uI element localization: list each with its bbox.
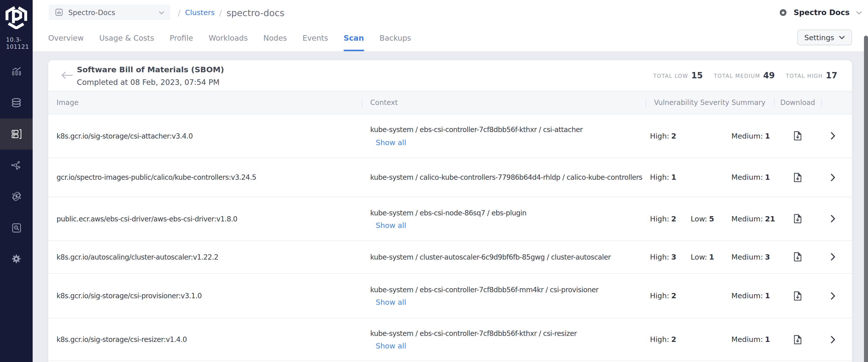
severity-high: High:2 xyxy=(650,335,691,343)
table-row: gcr.io/spectro-images-public/calico/kube… xyxy=(48,158,852,197)
sbom-card-header: Software Bill of Materials (SBOM) Comple… xyxy=(48,60,852,91)
version-label: 10.3- 101121 xyxy=(6,36,29,50)
tab-nodes[interactable]: Nodes xyxy=(264,25,287,51)
context-cell: kube-system / cluster-autoscaler-6c9d9bf… xyxy=(370,241,646,273)
severity-medium: Medium:1 xyxy=(732,173,773,182)
settings-button[interactable]: Settings xyxy=(797,30,852,45)
breadcrumb-separator: / xyxy=(178,8,181,17)
sidebar-item-workspaces[interactable] xyxy=(0,150,33,180)
breadcrumb-separator: / xyxy=(219,8,222,17)
sidebar-item-audit[interactable] xyxy=(0,212,33,243)
show-all-link[interactable]: Show all xyxy=(376,298,646,307)
project-chart-icon xyxy=(55,8,63,17)
download-cell xyxy=(774,114,821,157)
sidebar: 10.3- 101121 xyxy=(0,0,33,362)
severity-high: High:2 xyxy=(650,215,691,223)
tab-usage-costs[interactable]: Usage & Costs xyxy=(99,25,154,51)
severity-high: High:2 xyxy=(650,132,691,140)
severity-cell: High:2 Medium:1 xyxy=(650,318,773,361)
audit-search-icon xyxy=(11,222,22,233)
severity-low: Low:5 xyxy=(691,215,732,223)
project-selector-label: Spectro-Docs xyxy=(68,8,115,16)
settings-button-label: Settings xyxy=(804,33,834,41)
chevron-right-icon[interactable] xyxy=(831,174,835,181)
show-all-link[interactable]: Show all xyxy=(376,138,646,147)
tab-workloads[interactable]: Workloads xyxy=(209,25,248,51)
download-cell xyxy=(774,197,821,240)
context-text: kube-system / ebs-csi-controller-7cf8dbb… xyxy=(370,124,646,136)
severity-medium: Medium:1 xyxy=(732,292,773,300)
gear-icon xyxy=(11,254,22,264)
severity-cell: High:2 Medium:1 xyxy=(650,114,773,157)
row-expand-cell xyxy=(821,274,844,318)
chevron-right-icon[interactable] xyxy=(831,132,835,139)
row-expand-cell xyxy=(821,114,844,157)
table-header: Image Context Vulnerability Severity Sum… xyxy=(48,91,852,114)
vertical-scrollbar[interactable] xyxy=(864,36,868,362)
palette-logo-icon[interactable] xyxy=(5,5,27,29)
context-text: kube-system / ebs-csi-controller-7cf8dbb… xyxy=(370,328,646,339)
tab-events[interactable]: Events xyxy=(302,25,328,51)
scan-content: Software Bill of Materials (SBOM) Comple… xyxy=(33,51,868,362)
column-header-context: Context xyxy=(370,99,398,107)
tab-backups[interactable]: Backups xyxy=(379,25,411,51)
project-selector[interactable]: Spectro-Docs xyxy=(49,4,170,20)
table-row: k8s.gcr.io/autoscaling/cluster-autoscale… xyxy=(48,241,852,274)
chevron-right-icon[interactable] xyxy=(831,215,835,223)
severity-high: High:2 xyxy=(650,292,691,300)
project-badge-icon xyxy=(779,8,787,17)
sidebar-item-cluster-groups[interactable] xyxy=(0,181,33,212)
account-menu[interactable]: Spectro Docs xyxy=(779,0,862,25)
severity-medium: Medium:21 xyxy=(732,215,775,223)
layers-stack-icon xyxy=(10,97,22,108)
back-arrow-icon[interactable] xyxy=(60,71,73,79)
chevron-right-icon[interactable] xyxy=(831,336,835,343)
chevron-right-icon[interactable] xyxy=(831,292,835,299)
sidebar-item-settings[interactable] xyxy=(0,243,33,274)
chevron-down-icon xyxy=(839,35,845,39)
column-header-severity: Vulnerability Severity Summary xyxy=(646,99,774,107)
download-cell xyxy=(774,158,821,197)
analytics-icon xyxy=(11,66,22,77)
severity-low: Low:1 xyxy=(691,253,732,261)
chevron-down-icon xyxy=(856,11,862,14)
download-file-icon[interactable] xyxy=(794,214,802,224)
context-cell: kube-system / ebs-csi-controller-7cf8dbb… xyxy=(370,114,646,157)
table-row: k8s.gcr.io/sig-storage/csi-resizer:v1.4.… xyxy=(48,318,852,361)
top-header: Spectro-Docs / Clusters / spectro-docs S… xyxy=(33,0,868,51)
download-file-icon[interactable] xyxy=(794,252,802,262)
download-file-icon[interactable] xyxy=(794,335,802,344)
sidebar-item-clusters[interactable] xyxy=(0,118,33,150)
context-cell: kube-system / ebs-csi-node-86sq7 / ebs-p… xyxy=(370,197,646,240)
network-icon xyxy=(11,159,22,170)
breadcrumb-clusters-link[interactable]: Clusters xyxy=(185,8,215,17)
app-root: 10.3- 101121 xyxy=(0,0,868,362)
download-file-icon[interactable] xyxy=(794,173,802,182)
tab-overview[interactable]: Overview xyxy=(48,25,84,51)
sidebar-item-profiles[interactable] xyxy=(0,87,33,118)
sbom-title: Software Bill of Materials (SBOM) xyxy=(77,64,224,76)
image-cell: public.ecr.aws/ebs-csi-driver/aws-ebs-cs… xyxy=(57,197,363,240)
download-cell xyxy=(774,318,821,361)
show-all-link[interactable]: Show all xyxy=(376,342,646,351)
show-all-link[interactable]: Show all xyxy=(376,221,646,230)
sbom-completed-at: Completed at 08 Feb, 2023, 07:54 PM xyxy=(77,76,224,89)
column-divider xyxy=(646,98,646,107)
chevron-down-icon xyxy=(159,11,164,14)
severity-medium: Medium:3 xyxy=(732,253,773,261)
severity-totals: TOTAL LOW 15 TOTAL MEDIUM 49 TOTAL HIGH … xyxy=(653,60,837,91)
tab-scan[interactable]: Scan xyxy=(344,25,364,51)
context-text: kube-system / ebs-csi-node-86sq7 / ebs-p… xyxy=(370,207,646,219)
download-file-icon[interactable] xyxy=(794,291,802,300)
chevron-right-icon[interactable] xyxy=(831,253,835,261)
download-file-icon[interactable] xyxy=(794,131,802,140)
severity-cell: High:2 Low:5 Medium:21 xyxy=(650,197,773,240)
sidebar-item-dashboard[interactable] xyxy=(0,56,33,87)
download-cell xyxy=(774,274,821,318)
table-row: k8s.gcr.io/sig-storage/csi-attacher:v3.4… xyxy=(48,114,852,158)
severity-high: High:1 xyxy=(650,173,691,182)
column-divider xyxy=(362,98,362,107)
account-name: Spectro Docs xyxy=(794,8,850,17)
severity-cell: High:2 Medium:1 xyxy=(650,274,773,318)
tab-profile[interactable]: Profile xyxy=(170,25,193,51)
